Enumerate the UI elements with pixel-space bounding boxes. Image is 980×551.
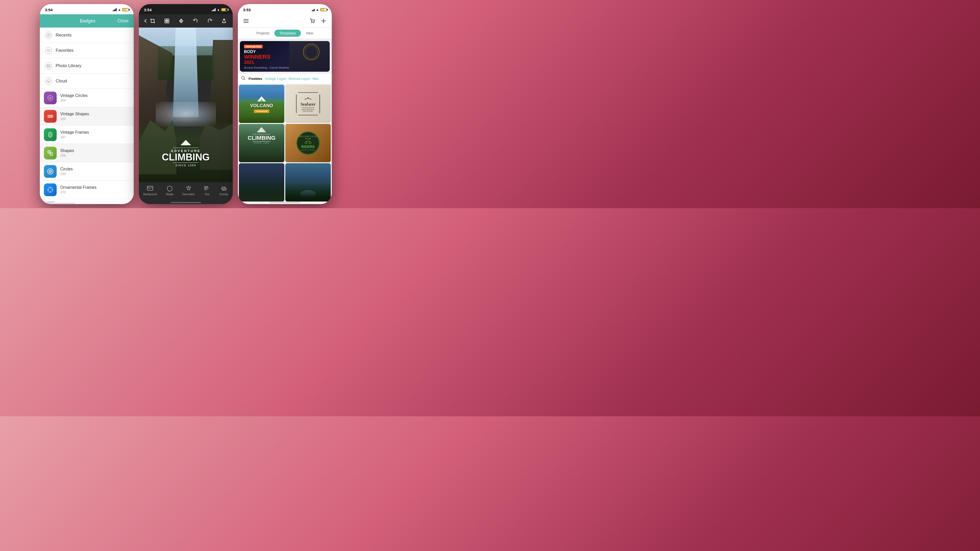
templates-grid: VOLCANO TOURISM bbox=[238, 84, 332, 203]
promo-year-text: 2021 bbox=[244, 60, 289, 65]
nav-tab-projects[interactable]: Projects bbox=[251, 30, 275, 37]
tab-badge[interactable]: Badge bbox=[166, 185, 173, 197]
badge-tab-icon bbox=[166, 185, 173, 192]
badge-line-top bbox=[173, 148, 199, 148]
adventure-content: ADVENTURE CLIMBING SINCE 1989 bbox=[248, 126, 275, 144]
svg-point-53 bbox=[310, 99, 311, 100]
search-filter-icon[interactable] bbox=[241, 76, 245, 82]
overlay-tab-icon bbox=[221, 185, 227, 192]
share-button[interactable] bbox=[220, 16, 229, 25]
phone-3-templates: 3:53 ▲ bbox=[238, 4, 332, 204]
background-tab-label: Background bbox=[143, 193, 157, 196]
filter-tag-vintage-logos[interactable]: Vintage Logos bbox=[265, 77, 286, 81]
phone2-status-icons: ▲ bbox=[212, 8, 228, 11]
undo-button[interactable] bbox=[191, 16, 200, 25]
phone3-wifi-icon: ▲ bbox=[316, 8, 319, 11]
nav-tab-templates[interactable]: Templates bbox=[274, 30, 301, 37]
tab-background[interactable]: Background bbox=[143, 185, 157, 197]
badge-overlay: ADVENTURE CLIMBING SINCE 1989 bbox=[162, 138, 210, 167]
nav-tabs: Projects Templates New bbox=[238, 27, 332, 39]
badge-tab-label: Badge bbox=[166, 193, 173, 196]
menu-hamburger-icon[interactable] bbox=[242, 17, 250, 25]
vintage-pro-badge: VINTAGE PRO bbox=[244, 45, 262, 48]
signal-bar-2 bbox=[114, 10, 115, 11]
template-mountains-dark[interactable] bbox=[239, 163, 284, 202]
phone2-screen: ADVENTURE CLIMBING SINCE 1989 Background bbox=[139, 14, 233, 204]
riders-since: BORN TO RIDE bbox=[301, 149, 315, 151]
flip-tool[interactable] bbox=[177, 16, 186, 25]
circles-info: Circles 230 bbox=[60, 167, 73, 176]
promo-banner[interactable]: VINTAGE PRO BODY WINNERS 2021 Access Eve… bbox=[240, 41, 330, 72]
header-right-icons bbox=[308, 17, 328, 25]
volcano-mountain-icon bbox=[255, 95, 268, 102]
vintage-shapes-name: Vintage Shapes bbox=[60, 112, 89, 116]
template-forest-dark[interactable] bbox=[285, 163, 331, 202]
home-indicator bbox=[139, 203, 233, 204]
grid-tool[interactable] bbox=[162, 16, 172, 25]
favorites-label: Favorites bbox=[56, 48, 73, 53]
crop-tool[interactable] bbox=[148, 16, 157, 25]
phone1-screen: Badges Close Recents bbox=[40, 14, 134, 204]
tab-decoration[interactable]: Decoration bbox=[183, 185, 195, 197]
seafarer-content: Seafarer SHIPWORKS Original bbox=[296, 92, 320, 116]
menu-item-favorites[interactable]: Favorites bbox=[40, 43, 134, 58]
back-button[interactable] bbox=[143, 16, 148, 25]
tab-text[interactable]: " Text bbox=[204, 185, 210, 197]
filter-tag-freebies[interactable]: Freebies bbox=[248, 77, 262, 81]
nav-tab-new[interactable]: New bbox=[301, 30, 318, 37]
phone-1-badge-picker: 3:54 ▲ Badges Close bbox=[40, 4, 134, 204]
menu-item-photo-library[interactable]: Photo Library bbox=[40, 58, 134, 73]
template-volcano[interactable]: VOLCANO TOURISM bbox=[239, 85, 284, 123]
category-simple-frames[interactable]: Simple Frames 126 bbox=[40, 199, 134, 202]
editor-bottom-tabs: Background Badge Decoration bbox=[139, 182, 233, 203]
category-vintage-frames[interactable]: Vintage Frames 187 bbox=[40, 125, 134, 144]
template-seafarer[interactable]: Seafarer SHIPWORKS Original bbox=[285, 85, 331, 123]
signal-bar-3 bbox=[314, 9, 315, 11]
signal-bar-1 bbox=[212, 10, 213, 11]
phone1-close-button[interactable]: Close bbox=[118, 18, 129, 24]
phone3-battery bbox=[320, 8, 327, 11]
template-adventure-climbing[interactable]: ADVENTURE CLIMBING SINCE 1989 bbox=[239, 124, 284, 162]
cloud-icon bbox=[45, 78, 52, 85]
menu-item-recents[interactable]: Recents bbox=[40, 27, 134, 43]
signal-bar-3 bbox=[115, 9, 116, 11]
svg-rect-8 bbox=[48, 116, 52, 117]
moto-club-text: MOTORCYCLE bbox=[299, 135, 317, 137]
shapes-count: 155 bbox=[60, 154, 74, 157]
filter-tag-minimal-logos[interactable]: Minimal Logos bbox=[288, 77, 310, 81]
filter-tag-watches[interactable]: Wat... bbox=[312, 77, 321, 81]
svg-point-55 bbox=[305, 142, 307, 144]
vintage-circles-count: 254 bbox=[60, 98, 88, 102]
adventure-since-text: SINCE 1989 bbox=[248, 142, 275, 144]
promo-ring-inner bbox=[305, 45, 318, 59]
editor-canvas[interactable]: ADVENTURE CLIMBING SINCE 1989 bbox=[139, 27, 233, 182]
phone1-status-bar: 3:54 ▲ bbox=[40, 4, 134, 14]
phone1-wifi-icon: ▲ bbox=[118, 8, 121, 11]
phone1-battery-fill bbox=[123, 9, 127, 11]
redo-button[interactable] bbox=[205, 16, 215, 25]
water-reflection bbox=[301, 190, 316, 198]
category-ornamental-frames[interactable]: Ornamental Frames 270 bbox=[40, 181, 134, 199]
tab-overlay[interactable]: Overlay bbox=[220, 185, 228, 197]
text-tab-icon: " bbox=[204, 185, 210, 192]
svg-point-51 bbox=[307, 97, 309, 98]
menu-item-cloud[interactable]: Cloud bbox=[40, 73, 134, 89]
category-vintage-circles[interactable]: Vintage Circles 254 bbox=[40, 89, 134, 107]
category-vintage-shapes[interactable]: Vintage Shapes 152 bbox=[40, 107, 134, 125]
photo-library-label: Photo Library bbox=[56, 63, 81, 68]
category-shapes[interactable]: Shapes 155 bbox=[40, 144, 134, 162]
shapes-info: Shapes 155 bbox=[60, 148, 74, 157]
vintage-frames-icon bbox=[44, 128, 57, 141]
cart-icon[interactable] bbox=[308, 17, 317, 25]
signal-bar-1 bbox=[312, 10, 313, 11]
svg-marker-9 bbox=[48, 132, 52, 138]
template-motorcycle-riders[interactable]: MOTORCYCLE CLUB RIDERS BORN TO RIDE bbox=[285, 124, 331, 162]
editor-toolbar bbox=[139, 14, 233, 27]
add-new-icon[interactable] bbox=[320, 17, 328, 25]
phone2-battery bbox=[221, 8, 228, 11]
category-circles[interactable]: Circles 230 bbox=[40, 162, 134, 181]
svg-marker-54 bbox=[257, 127, 266, 132]
circles-name: Circles bbox=[60, 167, 73, 171]
filter-tags: Freebies Vintage Logos Minimal Logos Wat… bbox=[248, 77, 321, 81]
ornamental-frames-info: Ornamental Frames 270 bbox=[60, 185, 97, 194]
